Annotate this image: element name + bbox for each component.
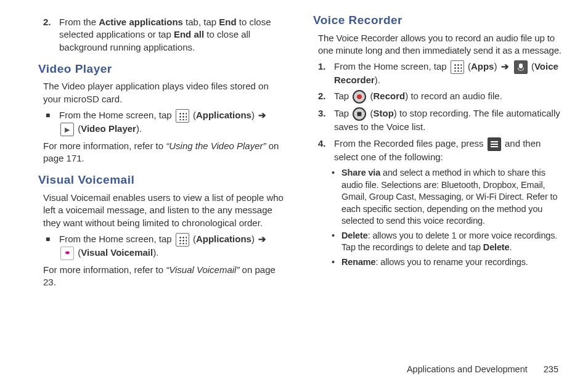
text: : allows you to delete 1 or more voice r… [341,231,557,253]
visual-voicemail-step: ■ From the Home screen, tap (Application… [46,233,288,260]
voice-recorder-icon [514,60,528,74]
sub-body: Delete: allows you to delete 1 or more v… [341,230,563,254]
heading-visual-voicemail: Visual Voicemail [38,172,288,188]
heading-video-player: Video Player [38,61,288,77]
sub-body: Share via and select a method in which t… [341,167,563,227]
bold: Delete [483,242,510,252]
step-number: 1. [318,60,334,73]
ref-title: “Using the Video Player” [166,141,266,151]
video-player-desc: The Video player application plays video… [43,80,288,105]
page-footer: Applications and Development 235 [407,364,558,376]
step-number: 3. [318,107,334,120]
text: From the Home screen, tap [59,110,174,120]
text: From the Recorded files page, press [334,138,486,149]
page-content: 2. From the Active applications tab, tap… [0,0,588,291]
text: Tap [334,108,351,118]
sub-rename: • Rename: allows you to rename your reco… [332,256,563,269]
step-number: 4. [318,137,334,150]
bullet-dot: • [332,230,341,242]
arrow-icon: ➔ [501,61,509,71]
voicemail-icon: ⚭ [60,247,74,260]
sub-body: Rename: allows you to rename your record… [341,256,528,269]
video-player-step: ■ From the Home screen, tap (Application… [46,109,288,136]
right-column: Voice Recorder The Voice Recorder allows… [313,12,563,291]
bold: Rename [341,257,376,267]
record-icon [353,90,366,104]
step-body: Tap (Stop) to stop recording. The file a… [334,107,563,133]
voice-recorder-step4: 4. From the Recorded files page, press a… [318,137,563,163]
bullet-icon: ■ [46,233,59,245]
text: tab, tap [183,17,219,27]
video-player-ref: For more information, refer to “Using th… [43,140,288,165]
arrow-icon: ➔ [258,110,266,120]
bold: Stop [374,108,394,118]
left-column: 2. From the Active applications tab, tap… [38,12,288,291]
text: ) to stop recording. The file automatica… [334,108,560,132]
bold: Active applications [99,17,183,27]
step-body: Tap (Record) to record an audio file. [334,90,563,104]
footer-page-number: 235 [544,364,558,374]
text: From the Home screen, tap [334,61,449,71]
bold: Visual Voicemail [81,247,153,258]
step-body: From the Home screen, tap (Applications)… [59,109,288,136]
bold: End all [174,29,204,39]
text: From the [59,17,99,27]
menu-icon [488,137,501,151]
heading-voice-recorder: Voice Recorder [313,12,563,28]
visual-voicemail-desc: Visual Voicemail enables users to view a… [43,192,288,229]
voice-recorder-step1: 1. From the Home screen, tap (Apps) ➔ (V… [318,60,563,86]
step-body: From the Active applications tab, tap En… [59,16,288,54]
arrow-icon: ➔ [258,234,266,244]
text: : allows you to rename your recordings. [376,257,528,267]
video-player-icon: ▶ [60,123,74,136]
step-number: 2. [43,16,59,28]
text: For more information, refer to [43,264,166,275]
text: . [509,242,512,252]
voice-recorder-step2: 2. Tap (Record) to record an audio file. [318,90,563,104]
step-body: From the Recorded files page, press and … [334,137,563,163]
voice-recorder-step3: 3. Tap (Stop) to stop recording. The fil… [318,107,563,133]
visual-voicemail-ref: For more information, refer to “Visual V… [43,264,288,289]
bold: End [219,17,236,27]
step-number: 2. [318,90,334,102]
bold: Record [374,91,406,101]
sub-share-via: • Share via and select a method in which… [332,167,563,227]
apps-grid-icon [451,60,464,74]
active-apps-step2: 2. From the Active applications tab, tap… [43,16,288,54]
apps-grid-icon [176,109,189,123]
ref-title: “Visual Voicemail” [166,264,239,275]
bold: Applications [196,234,251,244]
bold: Video Player [81,123,136,134]
sub-delete: • Delete: allows you to delete 1 or more… [332,230,563,254]
bullet-dot: • [332,167,341,179]
step-body: From the Home screen, tap (Applications)… [59,233,288,260]
stop-icon [353,107,366,121]
bold: Delete [341,231,368,240]
bold: Apps [471,61,494,71]
bold: Share via [341,168,380,178]
apps-grid-icon [176,233,189,247]
footer-section: Applications and Development [407,364,528,374]
bold: Applications [196,110,251,120]
bullet-dot: • [332,256,341,269]
voice-recorder-desc: The Voice Recorder allows you to record … [318,32,563,57]
text: Tap [334,91,351,101]
text: ) to record an audio file. [405,91,502,101]
step-body: From the Home screen, tap (Apps) ➔ (Voic… [334,60,563,86]
bullet-icon: ■ [46,109,59,121]
text: From the Home screen, tap [59,234,174,244]
text: For more information, refer to [43,141,166,151]
